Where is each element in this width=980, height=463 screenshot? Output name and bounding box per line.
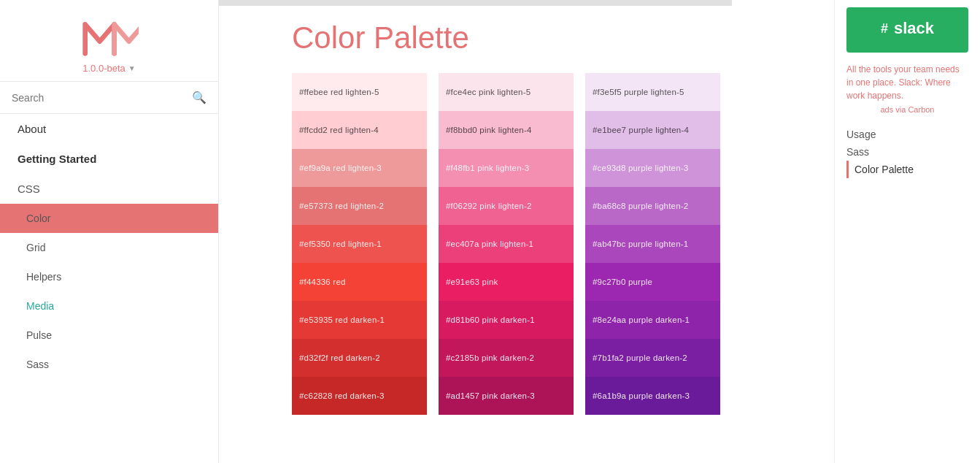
- logo-icon: [80, 15, 139, 58]
- color-swatch[interactable]: #8e24aa purple darken-1: [585, 301, 720, 339]
- color-column-red: #ffebee red lighten-5#ffcdd2 red lighten…: [292, 73, 427, 415]
- color-swatch[interactable]: #ce93d8 purple lighten-3: [585, 149, 720, 187]
- color-swatch[interactable]: #ffebee red lighten-5: [292, 73, 427, 111]
- color-swatch[interactable]: #d32f2f red darken-2: [292, 339, 427, 377]
- main-content: Color Palette #ffebee red lighten-5#ffcd…: [219, 0, 834, 463]
- color-swatch[interactable]: #ec407a pink lighten-1: [439, 225, 574, 263]
- slack-logo: # slack: [881, 19, 934, 38]
- toc-item[interactable]: Sass: [846, 143, 968, 161]
- toc-section: UsageSassColor Palette: [846, 126, 968, 178]
- toc-item[interactable]: Color Palette: [846, 161, 968, 178]
- color-grid: #ffebee red lighten-5#ffcdd2 red lighten…: [292, 73, 805, 415]
- color-swatch[interactable]: #6a1b9a purple darken-3: [585, 377, 720, 415]
- toc-item[interactable]: Usage: [846, 126, 968, 143]
- color-swatch[interactable]: #ef9a9a red lighten-3: [292, 149, 427, 187]
- sidebar-item-color[interactable]: Color: [0, 204, 218, 233]
- version-badge[interactable]: 1.0.0-beta ▼: [82, 63, 135, 74]
- logo-area: 1.0.0-beta ▼: [0, 0, 218, 82]
- color-swatch[interactable]: #f06292 pink lighten-2: [439, 187, 574, 225]
- slack-brand-text: slack: [894, 19, 934, 38]
- sidebar-item-css[interactable]: CSS: [0, 174, 218, 204]
- color-swatch[interactable]: #e91e63 pink: [439, 263, 574, 301]
- chevron-down-icon: ▼: [128, 64, 136, 72]
- sidebar-item-getting-started[interactable]: Getting Started: [0, 144, 218, 174]
- color-swatch[interactable]: #7b1fa2 purple darken-2: [585, 339, 720, 377]
- color-swatch[interactable]: #e1bee7 purple lighten-4: [585, 111, 720, 149]
- color-swatch[interactable]: #e53935 red darken-1: [292, 301, 427, 339]
- ads-via-text: ads via Carbon: [846, 105, 968, 114]
- color-swatch[interactable]: #ad1457 pink darken-3: [439, 377, 574, 415]
- sidebar-item-helpers[interactable]: Helpers: [0, 262, 218, 291]
- color-swatch[interactable]: #ffcdd2 red lighten-4: [292, 111, 427, 149]
- slack-ad[interactable]: # slack: [846, 7, 968, 53]
- version-text: 1.0.0-beta: [82, 63, 126, 74]
- page-title: Color Palette: [292, 20, 805, 56]
- color-swatch[interactable]: #ab47bc purple lighten-1: [585, 225, 720, 263]
- search-input[interactable]: [12, 92, 192, 104]
- sidebar-item-sass[interactable]: Sass: [0, 350, 218, 379]
- right-panel: # slack All the tools your team needs in…: [834, 0, 980, 463]
- sidebar-item-pulse[interactable]: Pulse: [0, 321, 218, 350]
- slack-tagline: All the tools your team needs in one pla…: [846, 63, 968, 102]
- color-swatch[interactable]: #f44336 red: [292, 263, 427, 301]
- search-icon[interactable]: 🔍: [192, 91, 207, 104]
- color-swatch[interactable]: #ba68c8 purple lighten-2: [585, 187, 720, 225]
- color-column-pink: #fce4ec pink lighten-5#f8bbd0 pink light…: [439, 73, 574, 415]
- color-swatch[interactable]: #d81b60 pink darken-1: [439, 301, 574, 339]
- color-swatch[interactable]: #e57373 red lighten-2: [292, 187, 427, 225]
- color-swatch[interactable]: #f48fb1 pink lighten-3: [439, 149, 574, 187]
- slack-hash-icon: #: [881, 21, 888, 37]
- sidebar-item-media[interactable]: Media: [0, 291, 218, 321]
- search-area: 🔍: [0, 82, 218, 114]
- sidebar-item-grid[interactable]: Grid: [0, 233, 218, 262]
- color-column-purple: #f3e5f5 purple lighten-5#e1bee7 purple l…: [585, 73, 720, 415]
- color-swatch[interactable]: #f3e5f5 purple lighten-5: [585, 73, 720, 111]
- color-swatch[interactable]: #fce4ec pink lighten-5: [439, 73, 574, 111]
- sidebar-item-about[interactable]: About: [0, 114, 218, 144]
- color-swatch[interactable]: #c2185b pink darken-2: [439, 339, 574, 377]
- color-swatch[interactable]: #f8bbd0 pink lighten-4: [439, 111, 574, 149]
- sidebar: 1.0.0-beta ▼ 🔍 About Getting Started CSS…: [0, 0, 219, 463]
- color-swatch[interactable]: #c62828 red darken-3: [292, 377, 427, 415]
- color-swatch[interactable]: #9c27b0 purple: [585, 263, 720, 301]
- color-swatch[interactable]: #ef5350 red lighten-1: [292, 225, 427, 263]
